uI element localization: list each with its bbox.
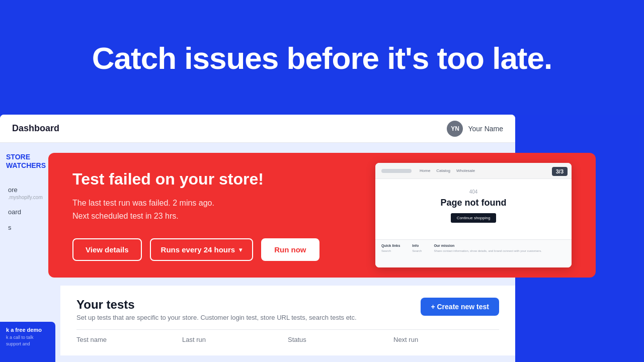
sidebar-item-other[interactable]: s	[6, 220, 54, 235]
hero-section: Catch issues before it's too late.	[0, 0, 644, 116]
col-status: Status	[288, 336, 393, 343]
screenshot-nav-links: Home Catalog Wholesale	[420, 168, 475, 173]
screenshot-badge: 3/3	[552, 167, 568, 176]
brand: STORE WATCHERS	[6, 153, 54, 170]
nav-link-catalog: Catalog	[436, 168, 450, 173]
alert-card: Test failed on your store! The last test…	[48, 153, 596, 278]
demo-title: k a free demo	[6, 327, 49, 333]
col-test-name: Test name	[76, 336, 182, 343]
user-info: YN Your Name	[447, 121, 503, 137]
screenshot-body: 404 Page not found Continue shopping	[375, 179, 572, 231]
screenshot-logo	[381, 169, 412, 173]
chevron-down-icon: ▾	[239, 246, 242, 253]
screenshot-page-not-found: Page not found	[441, 198, 507, 208]
sidebar-item-dashboard[interactable]: oard	[6, 204, 54, 220]
section-title: Your tests	[76, 298, 357, 312]
dashboard-topbar: Dashboard YN Your Name	[0, 115, 515, 143]
screenshot-footer: Quick links Search Info Search Our missi…	[375, 239, 572, 267]
tests-table-header: Test name Last run Status Next run	[76, 329, 499, 343]
view-details-button[interactable]: View details	[72, 238, 142, 261]
schedule-button[interactable]: Runs every 24 hours ▾	[150, 238, 254, 261]
footer-col-1: Info Search	[412, 244, 422, 263]
alert-content: Test failed on your store! The last test…	[72, 169, 355, 261]
screenshot-continue-btn: Continue shopping	[451, 213, 497, 223]
screenshot-error-code: 404	[469, 189, 478, 195]
run-now-button[interactable]: Run now	[261, 238, 319, 261]
hero-title: Catch issues before it's too late.	[92, 40, 552, 76]
footer-col-2: Our mission Share contact information, s…	[434, 244, 541, 263]
section-header: Your tests Set up tests that are specifi…	[76, 298, 499, 321]
sidebar-item-store[interactable]: ore .myshopify.com	[6, 182, 54, 204]
user-name: Your Name	[468, 125, 503, 133]
alert-subtitle: The last test run was failed. 2 mins ago…	[72, 197, 355, 222]
alert-actions: View details Runs every 24 hours ▾ Run n…	[72, 238, 355, 261]
screenshot-nav: Home Catalog Wholesale	[375, 163, 572, 179]
section-title-block: Your tests Set up tests that are specifi…	[76, 298, 357, 321]
alert-title: Test failed on your store!	[72, 169, 355, 189]
brand-name: STORE WATCHERS	[6, 153, 54, 170]
section-subtitle: Set up tests that are specific to your s…	[76, 314, 357, 321]
your-tests-section: Your tests Set up tests that are specifi…	[60, 286, 515, 355]
footer-col-0: Quick links Search	[381, 244, 400, 263]
nav-link-wholesale: Wholesale	[456, 168, 475, 173]
nav-link-home: Home	[420, 168, 430, 173]
avatar: YN	[447, 121, 463, 137]
col-next-run: Next run	[393, 336, 499, 343]
dashboard-title: Dashboard	[12, 123, 59, 134]
col-last-run: Last run	[182, 336, 288, 343]
demo-subtext: k a call to talk support and	[6, 334, 49, 347]
screenshot-preview: Home Catalog Wholesale 3/3 404 Page not …	[375, 163, 572, 267]
demo-popup[interactable]: k a free demo k a call to talk support a…	[0, 322, 55, 362]
create-new-test-button[interactable]: + Create new test	[421, 298, 499, 316]
